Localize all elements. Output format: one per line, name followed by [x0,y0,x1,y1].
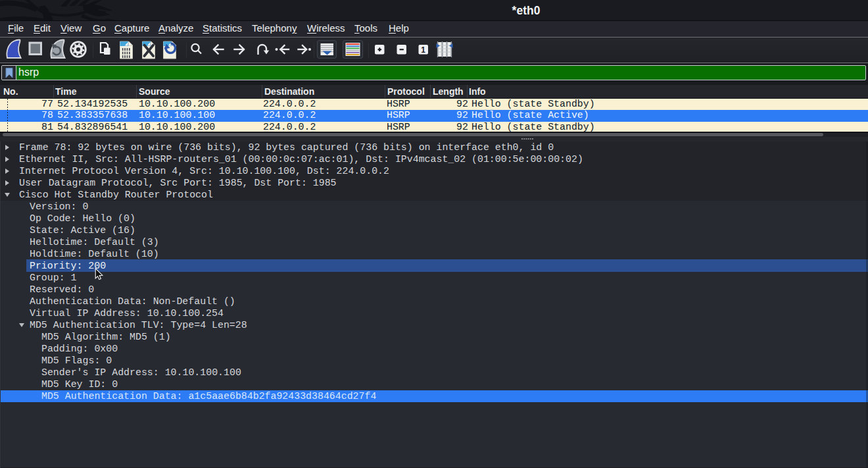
svg-text:1: 1 [421,45,425,55]
